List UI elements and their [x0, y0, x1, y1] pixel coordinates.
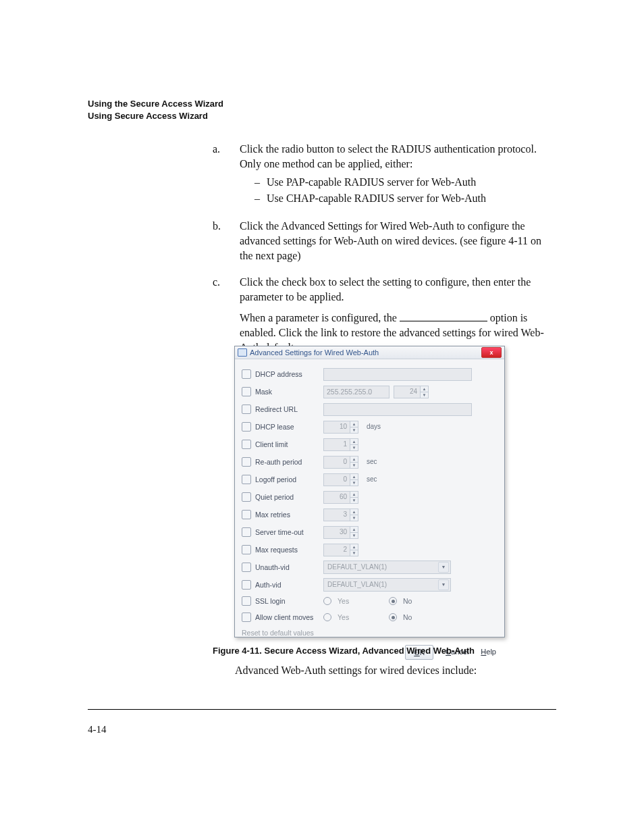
checkbox-auth-vid[interactable] — [242, 580, 251, 590]
spinner-dhcp-lease-value: 10 — [324, 421, 350, 433]
closing-text: Advanced Web-Auth settings for wired dev… — [235, 663, 545, 678]
dialog-titlebar[interactable]: Advanced Settings for Wired Web-Auth x — [235, 346, 504, 359]
row-mask: Mask 255.255.255.0 24 ▲▼ — [242, 384, 498, 400]
spinner-reauth[interactable]: 0 ▲▼ — [323, 456, 358, 469]
spinner-quiet-value: 60 — [324, 492, 350, 503]
checkbox-ssl-login[interactable] — [242, 596, 251, 606]
row-server-timeout: Server time-out 30 ▲▼ — [242, 524, 498, 540]
header-line-1: Using the Secure Access Wizard — [88, 98, 223, 110]
checkbox-dhcp-lease[interactable] — [242, 422, 251, 432]
step-c-para-before: When a parameter is configured, the — [240, 312, 400, 323]
advanced-settings-dialog: Advanced Settings for Wired Web-Auth x D… — [234, 346, 505, 637]
spin-down-icon[interactable]: ▼ — [350, 532, 358, 538]
radio-moves-yes-label: Yes — [338, 613, 385, 622]
chevron-down-icon: ▼ — [438, 562, 449, 573]
select-auth-vid[interactable]: DEFAULT_VLAN(1) ▼ — [323, 578, 451, 592]
spinner-server-timeout-value: 30 — [324, 527, 350, 538]
label-quiet: Quiet period — [255, 492, 319, 502]
spin-up-icon[interactable]: ▲ — [350, 439, 358, 444]
spin-up-icon[interactable]: ▲ — [420, 386, 428, 392]
close-button[interactable]: x — [481, 347, 502, 358]
select-auth-vid-value: DEFAULT_VLAN(1) — [327, 580, 387, 590]
spin-up-icon[interactable]: ▲ — [350, 457, 358, 462]
radio-ssl-yes[interactable] — [323, 597, 331, 605]
label-logoff: Logoff period — [255, 475, 319, 484]
label-client-limit: Client limit — [255, 440, 319, 449]
spinner-server-timeout[interactable]: 30 ▲▼ — [323, 526, 358, 539]
spin-up-icon[interactable]: ▲ — [350, 509, 358, 515]
instructions: a. Click the radio button to select the … — [213, 142, 557, 367]
spinner-mask-bits[interactable]: 24 ▲▼ — [394, 386, 429, 398]
select-unauth-vid[interactable]: DEFAULT_VLAN(1) ▼ — [323, 561, 451, 574]
spin-down-icon[interactable]: ▼ — [350, 427, 358, 433]
spin-up-icon[interactable]: ▲ — [350, 544, 358, 550]
spin-down-icon[interactable]: ▼ — [350, 550, 358, 556]
checkbox-allow-moves[interactable] — [242, 613, 251, 622]
row-auth-vid: Auth-vid DEFAULT_VLAN(1) ▼ — [242, 577, 498, 593]
spinner-quiet[interactable]: 60 ▲▼ — [323, 491, 358, 504]
spin-up-icon[interactable]: ▲ — [350, 421, 358, 427]
label-mask: Mask — [255, 387, 319, 396]
radio-ssl-no[interactable] — [389, 597, 397, 605]
label-dhcp-lease: DHCP lease — [255, 422, 319, 432]
help-button[interactable]: Help — [481, 645, 496, 658]
label-redirect-url: Redirect URL — [255, 405, 319, 414]
row-allow-client-moves: Allow client moves Yes No — [242, 609, 498, 625]
checkbox-reauth[interactable] — [242, 457, 251, 467]
radio-moves-yes[interactable] — [323, 613, 331, 621]
dialog-form: DHCP address Mask 255.255.255.0 24 ▲▼ Re… — [235, 359, 504, 640]
checkbox-mask[interactable] — [242, 387, 251, 396]
spinner-mask-value: 24 — [394, 386, 420, 398]
unit-sec-reauth: sec — [367, 457, 377, 467]
running-header: Using the Secure Access Wizard Using Sec… — [88, 98, 223, 122]
reset-defaults-link[interactable]: Reset to default values — [242, 628, 498, 637]
spin-down-icon[interactable]: ▼ — [350, 515, 358, 521]
spin-up-icon[interactable]: ▲ — [350, 474, 358, 479]
spinner-max-requests[interactable]: 2 ▲▼ — [323, 544, 358, 556]
row-max-requests: Max requests 2 ▲▼ — [242, 542, 498, 558]
spinner-max-retries-value: 3 — [324, 509, 350, 521]
checkbox-client-limit[interactable] — [242, 440, 251, 449]
spin-up-icon[interactable]: ▲ — [350, 527, 358, 532]
spin-up-icon[interactable]: ▲ — [350, 492, 358, 497]
checkbox-unauth-vid[interactable] — [242, 563, 251, 572]
spinner-client-limit-value: 1 — [324, 439, 350, 450]
spin-down-icon[interactable]: ▼ — [350, 444, 358, 450]
step-c-text: Click the check box to select the settin… — [240, 276, 531, 303]
radio-moves-no-label: No — [403, 613, 412, 622]
radio-moves-no[interactable] — [389, 613, 397, 621]
spin-down-icon[interactable]: ▼ — [420, 392, 428, 398]
spinner-max-retries[interactable]: 3 ▲▼ — [323, 509, 358, 521]
checkbox-dhcp-address[interactable] — [242, 369, 251, 379]
row-ssl-login: SSL login Yes No — [242, 593, 498, 609]
step-marker-b: b. — [213, 219, 226, 263]
dialog-title: Advanced Settings for Wired Web-Auth — [250, 348, 379, 358]
checkbox-logoff[interactable] — [242, 475, 251, 484]
label-auth-vid: Auth-vid — [255, 580, 319, 590]
input-mask-ip[interactable]: 255.255.255.0 — [323, 386, 390, 398]
checkbox-redirect-url[interactable] — [242, 405, 251, 414]
window-icon — [238, 348, 247, 357]
label-max-requests: Max requests — [255, 545, 319, 554]
spin-down-icon[interactable]: ▼ — [350, 462, 358, 468]
label-reauth: Re-auth period — [255, 457, 319, 467]
checkbox-server-timeout[interactable] — [242, 527, 251, 537]
select-unauth-vid-value: DEFAULT_VLAN(1) — [327, 563, 387, 572]
checkbox-max-retries[interactable] — [242, 510, 251, 519]
footer-rule — [88, 709, 556, 710]
page-number: 4-14 — [88, 723, 107, 736]
spinner-dhcp-lease[interactable]: 10 ▲▼ — [323, 421, 358, 434]
spinner-client-limit[interactable]: 1 ▲▼ — [323, 438, 358, 451]
checkbox-quiet[interactable] — [242, 492, 251, 502]
spin-down-icon[interactable]: ▼ — [350, 497, 358, 503]
input-redirect-url[interactable] — [323, 403, 472, 416]
spinner-logoff[interactable]: 0 ▲▼ — [323, 473, 358, 486]
spin-down-icon[interactable]: ▼ — [350, 479, 358, 486]
input-dhcp-address[interactable] — [323, 368, 472, 381]
row-unauth-vid: Unauth-vid DEFAULT_VLAN(1) ▼ — [242, 559, 498, 575]
header-line-2: Using Secure Access Wizard — [88, 110, 223, 122]
step-marker-a: a. — [213, 142, 226, 207]
step-b-text: Click the Advanced Settings for Wired We… — [240, 220, 541, 261]
checkbox-max-requests[interactable] — [242, 545, 251, 554]
radio-ssl-yes-label: Yes — [338, 596, 385, 606]
